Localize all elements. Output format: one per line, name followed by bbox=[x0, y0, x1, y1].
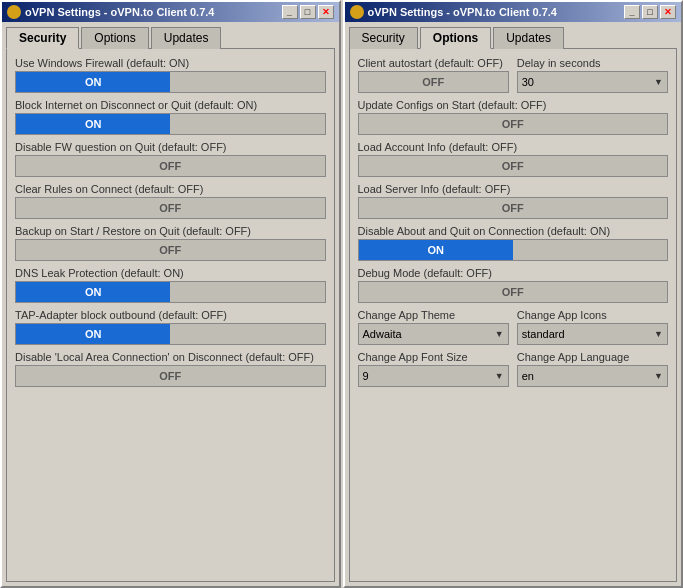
toggle-off-1[interactable] bbox=[170, 114, 324, 134]
toggle-debug-mode[interactable]: OFF bbox=[358, 281, 669, 303]
toggle-1[interactable]: ON bbox=[15, 113, 326, 135]
tab-bar-1: Security Options Updates bbox=[2, 22, 339, 48]
maximize-button-1[interactable]: □ bbox=[300, 5, 316, 19]
tab-bar-2: Security Options Updates bbox=[345, 22, 682, 48]
toggle-on-5[interactable]: ON bbox=[16, 282, 170, 302]
options-tab-content: Client autostart (default: OFF) OFF Dela… bbox=[349, 48, 678, 582]
window-controls-1: _ □ ✕ bbox=[282, 5, 334, 19]
setting-font-lang-row: Change App Font Size 9 ▼ Change App Lang… bbox=[358, 351, 669, 387]
toggle-off-5[interactable] bbox=[170, 282, 324, 302]
toggle-3[interactable]: OFF bbox=[15, 197, 326, 219]
autostart-label: Client autostart (default: OFF) bbox=[358, 57, 509, 69]
lang-select[interactable]: en ▼ bbox=[517, 365, 668, 387]
setting-load-server: Load Server Info (default: OFF) OFF bbox=[358, 183, 669, 219]
delay-value: 30 bbox=[522, 76, 654, 88]
toggle-off-2[interactable]: OFF bbox=[16, 156, 325, 176]
toggle-on-6[interactable]: ON bbox=[16, 324, 170, 344]
setting-tap-adapter: TAP-Adapter block outbound (default: OFF… bbox=[15, 309, 326, 345]
toggle-2[interactable]: OFF bbox=[15, 155, 326, 177]
title-bar-1: oVPN Settings - oVPN.to Client 0.7.4 _ □… bbox=[2, 2, 339, 22]
theme-select[interactable]: Adwaita ▼ bbox=[358, 323, 509, 345]
load-server-label: Load Server Info (default: OFF) bbox=[358, 183, 669, 195]
theme-arrow-icon: ▼ bbox=[495, 329, 504, 339]
toggle-on-0[interactable]: ON bbox=[16, 72, 170, 92]
setting-label-5: DNS Leak Protection (default: ON) bbox=[15, 267, 326, 279]
font-select[interactable]: 9 ▼ bbox=[358, 365, 509, 387]
toggle-off-7[interactable]: OFF bbox=[16, 366, 325, 386]
tab-security-2[interactable]: Security bbox=[349, 27, 418, 49]
toggle-6[interactable]: ON bbox=[15, 323, 326, 345]
setting-update-configs: Update Configs on Start (default: OFF) O… bbox=[358, 99, 669, 135]
tab-options-2[interactable]: Options bbox=[420, 27, 491, 49]
toggle-off-debug-mode[interactable]: OFF bbox=[359, 282, 668, 302]
delay-label: Delay in seconds bbox=[517, 57, 668, 69]
font-value: 9 bbox=[363, 370, 495, 382]
toggle-off-4[interactable]: OFF bbox=[16, 240, 325, 260]
debug-mode-label: Debug Mode (default: OFF) bbox=[358, 267, 669, 279]
close-button-1[interactable]: ✕ bbox=[318, 5, 334, 19]
window-options: oVPN Settings - oVPN.to Client 0.7.4 _ □… bbox=[343, 0, 684, 588]
icons-select[interactable]: standard ▼ bbox=[517, 323, 668, 345]
setting-backup: Backup on Start / Restore on Quit (defau… bbox=[15, 225, 326, 261]
disable-about-label: Disable About and Quit on Connection (de… bbox=[358, 225, 669, 237]
toggle-off-disable-about[interactable] bbox=[513, 240, 667, 260]
app-icon-2 bbox=[350, 5, 364, 19]
toggle-on-disable-about[interactable]: ON bbox=[359, 240, 513, 260]
tab-options-1[interactable]: Options bbox=[81, 27, 148, 49]
setting-debug-mode: Debug Mode (default: OFF) OFF bbox=[358, 267, 669, 303]
window-title-1: oVPN Settings - oVPN.to Client 0.7.4 bbox=[25, 6, 214, 18]
toggle-off-0[interactable] bbox=[170, 72, 324, 92]
tab-security-1[interactable]: Security bbox=[6, 27, 79, 49]
security-tab-content: Use Windows Firewall (default: ON) ON Bl… bbox=[6, 48, 335, 582]
load-account-label: Load Account Info (default: OFF) bbox=[358, 141, 669, 153]
toggle-off-autostart[interactable]: OFF bbox=[359, 72, 508, 92]
title-bar-2: oVPN Settings - oVPN.to Client 0.7.4 _ □… bbox=[345, 2, 682, 22]
toggle-0[interactable]: ON bbox=[15, 71, 326, 93]
toggle-autostart[interactable]: OFF bbox=[358, 71, 509, 93]
icons-label: Change App Icons bbox=[517, 309, 668, 321]
delay-select[interactable]: 30 ▼ bbox=[517, 71, 668, 93]
font-col: Change App Font Size 9 ▼ bbox=[358, 351, 509, 387]
toggle-update-configs[interactable]: OFF bbox=[358, 113, 669, 135]
theme-icons-cols: Change App Theme Adwaita ▼ Change App Ic… bbox=[358, 309, 669, 345]
window-security: oVPN Settings - oVPN.to Client 0.7.4 _ □… bbox=[0, 0, 341, 588]
theme-value: Adwaita bbox=[363, 328, 495, 340]
autostart-col: Client autostart (default: OFF) OFF bbox=[358, 57, 509, 93]
minimize-button-2[interactable]: _ bbox=[624, 5, 640, 19]
tab-updates-2[interactable]: Updates bbox=[493, 27, 564, 49]
toggle-4[interactable]: OFF bbox=[15, 239, 326, 261]
toggle-off-load-server[interactable]: OFF bbox=[359, 198, 668, 218]
close-button-2[interactable]: ✕ bbox=[660, 5, 676, 19]
window-title-2: oVPN Settings - oVPN.to Client 0.7.4 bbox=[368, 6, 557, 18]
theme-col: Change App Theme Adwaita ▼ bbox=[358, 309, 509, 345]
font-arrow-icon: ▼ bbox=[495, 371, 504, 381]
setting-use-windows-firewall: Use Windows Firewall (default: ON) ON bbox=[15, 57, 326, 93]
delay-arrow-icon: ▼ bbox=[654, 77, 663, 87]
minimize-button-1[interactable]: _ bbox=[282, 5, 298, 19]
toggle-on-1[interactable]: ON bbox=[16, 114, 170, 134]
setting-label-1: Block Internet on Disconnect or Quit (de… bbox=[15, 99, 326, 111]
setting-label-6: TAP-Adapter block outbound (default: OFF… bbox=[15, 309, 326, 321]
toggle-7[interactable]: OFF bbox=[15, 365, 326, 387]
setting-autostart-row: Client autostart (default: OFF) OFF Dela… bbox=[358, 57, 669, 93]
toggle-load-server[interactable]: OFF bbox=[358, 197, 669, 219]
autostart-delay-row: Client autostart (default: OFF) OFF Dela… bbox=[358, 57, 669, 93]
toggle-disable-about[interactable]: ON bbox=[358, 239, 669, 261]
toggle-load-account[interactable]: OFF bbox=[358, 155, 669, 177]
font-label: Change App Font Size bbox=[358, 351, 509, 363]
setting-clear-rules: Clear Rules on Connect (default: OFF) OF… bbox=[15, 183, 326, 219]
toggle-off-update-configs[interactable]: OFF bbox=[359, 114, 668, 134]
toggle-5[interactable]: ON bbox=[15, 281, 326, 303]
setting-load-account: Load Account Info (default: OFF) OFF bbox=[358, 141, 669, 177]
toggle-off-6[interactable] bbox=[170, 324, 324, 344]
setting-label-0: Use Windows Firewall (default: ON) bbox=[15, 57, 326, 69]
toggle-off-3[interactable]: OFF bbox=[16, 198, 325, 218]
tab-updates-1[interactable]: Updates bbox=[151, 27, 222, 49]
setting-block-internet: Block Internet on Disconnect or Quit (de… bbox=[15, 99, 326, 135]
setting-label-3: Clear Rules on Connect (default: OFF) bbox=[15, 183, 326, 195]
maximize-button-2[interactable]: □ bbox=[642, 5, 658, 19]
delay-col: Delay in seconds 30 ▼ bbox=[517, 57, 668, 93]
window-controls-2: _ □ ✕ bbox=[624, 5, 676, 19]
toggle-off-load-account[interactable]: OFF bbox=[359, 156, 668, 176]
setting-label-7: Disable 'Local Area Connection' on Disco… bbox=[15, 351, 326, 363]
